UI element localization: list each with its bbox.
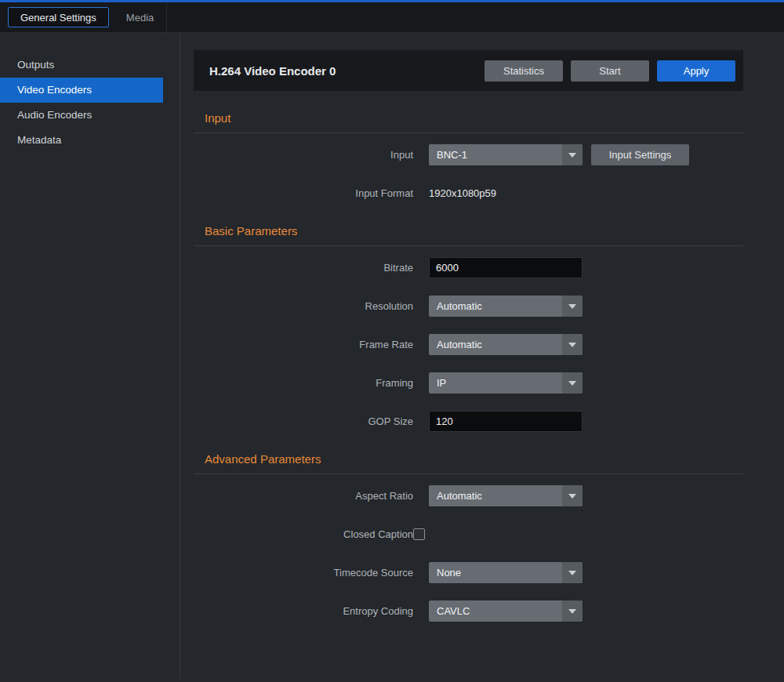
sidebar: Outputs Video Encoders Audio Encoders Me… [0,33,180,679]
gop-size-input[interactable] [429,411,583,432]
select-value: Automatic [429,300,562,312]
chevron-down-icon [562,485,583,506]
field-label: Input Format [194,187,413,199]
input-settings-button[interactable]: Input Settings [591,144,689,165]
field-label: GOP Size [194,415,413,427]
aspect-ratio-select[interactable]: Automatic [429,485,583,506]
framing-select[interactable]: IP [429,372,583,394]
section-title-input: Input [194,111,743,133]
tab-media[interactable]: Media [114,2,167,32]
field-label: Resolution [194,300,413,312]
form-row-entropy-coding: Entropy Coding CAVLC [194,600,743,622]
sidebar-item-label: Metadata [17,134,61,146]
form-row-gop-size: GOP Size [194,411,743,432]
statistics-button[interactable]: Statistics [485,60,563,82]
top-tab-bar: General Settings Media [0,0,784,33]
select-value: Automatic [429,339,562,350]
input-select[interactable]: BNC-1 [429,144,583,165]
frame-rate-select[interactable]: Automatic [429,334,583,355]
apply-button[interactable]: Apply [657,60,735,82]
form-row-framing: Framing IP [194,372,743,394]
section-basic-rows: Bitrate Resolution Automatic Frame Rate … [194,246,743,432]
panel-header: H.264 Video Encoder 0 Statistics Start A… [194,50,743,91]
sidebar-item-outputs[interactable]: Outputs [0,53,163,78]
chevron-down-icon [562,562,583,583]
tab-general-settings[interactable]: General Settings [8,7,109,27]
section-advanced-rows: Aspect Ratio Automatic Closed Caption Ti… [194,474,743,622]
field-label: Aspect Ratio [194,490,413,502]
chevron-down-icon [562,296,583,317]
form-row-aspect-ratio: Aspect Ratio Automatic [194,485,743,506]
main-content: H.264 Video Encoder 0 Statistics Start A… [180,33,784,679]
chevron-down-icon [562,372,583,394]
sidebar-item-audio-encoders[interactable]: Audio Encoders [0,103,163,128]
select-value: None [429,567,562,579]
select-value: IP [429,377,562,389]
section-input-rows: Input BNC-1 Input Settings Input Format … [194,133,743,204]
section-title-advanced-parameters: Advanced Parameters [194,452,743,474]
closed-caption-checkbox[interactable] [413,528,425,540]
section-title-basic-parameters: Basic Parameters [194,224,743,246]
sidebar-item-metadata[interactable]: Metadata [0,128,163,153]
chevron-down-icon [562,334,583,355]
field-label: Framing [194,377,413,389]
resolution-select[interactable]: Automatic [429,296,583,317]
field-label: Frame Rate [194,339,413,350]
field-label: Input [194,149,413,161]
form-row-closed-caption: Closed Caption [194,524,743,545]
entropy-coding-select[interactable]: CAVLC [429,600,583,622]
tab-label: Media [126,12,154,24]
select-value: BNC-1 [429,149,562,161]
chevron-down-icon [562,144,583,165]
sidebar-item-label: Video Encoders [17,84,92,96]
timecode-source-select[interactable]: None [429,562,583,583]
field-label: Bitrate [194,262,413,274]
form-row-timecode-source: Timecode Source None [194,562,743,583]
form-row-input: Input BNC-1 Input Settings [194,144,743,165]
field-label: Closed Caption [194,528,413,540]
input-format-value: 1920x1080p59 [429,187,496,199]
form-row-input-format: Input Format 1920x1080p59 [194,183,743,204]
form-row-frame-rate: Frame Rate Automatic [194,334,743,355]
form-row-bitrate: Bitrate [194,257,743,278]
start-button[interactable]: Start [571,60,649,82]
sidebar-item-label: Outputs [17,59,54,71]
field-label: Entropy Coding [194,605,413,617]
select-value: Automatic [429,490,562,502]
bitrate-input[interactable] [429,257,583,278]
form-row-resolution: Resolution Automatic [194,296,743,317]
tab-label: General Settings [20,12,96,24]
sidebar-item-label: Audio Encoders [17,109,92,121]
select-value: CAVLC [429,605,562,617]
chevron-down-icon [562,600,583,622]
sidebar-item-video-encoders[interactable]: Video Encoders [0,78,163,103]
field-label: Timecode Source [194,567,413,579]
page-title: H.264 Video Encoder 0 [209,64,477,78]
